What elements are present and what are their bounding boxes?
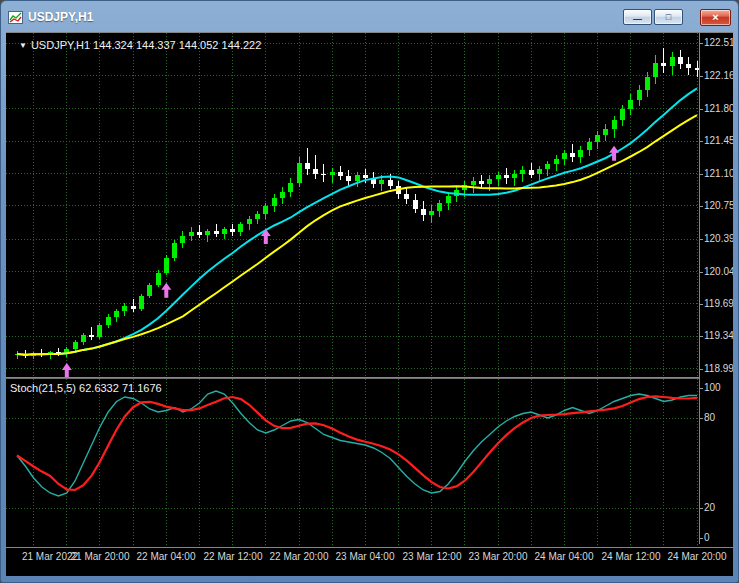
price-axis-label: 121.450: [704, 135, 733, 147]
stoch-axis-label: 100: [704, 382, 721, 394]
price-axis-label: 121.100: [704, 168, 733, 180]
price-axis-label: 122.160: [704, 70, 733, 82]
price-axis-label: 120.390: [704, 233, 733, 245]
price-axis-label: 119.690: [704, 298, 733, 310]
stoch-axis-label: 80: [704, 412, 715, 424]
price-axis[interactable]: 122.510122.160121.800121.450121.100120.7…: [699, 33, 733, 544]
price-axis-label: 119.340: [704, 330, 733, 342]
time-axis-label: 24 Mar 20:00: [655, 551, 733, 562]
price-axis-label: 118.990: [704, 363, 733, 375]
stoch-axis-label: 20: [704, 502, 715, 514]
price-axis-label: 120.750: [704, 200, 733, 212]
candlestick-plot[interactable]: [6, 33, 699, 377]
price-axis-label: 120.040: [704, 266, 733, 278]
price-axis-label: 122.510: [704, 37, 733, 49]
window-title: USDJPY,H1: [28, 10, 93, 24]
time-axis[interactable]: 21 Mar 202221 Mar 20:0022 Mar 04:0022 Ma…: [6, 547, 733, 576]
minimize-button[interactable]: —: [623, 9, 652, 25]
chart-client-area: ▼ USDJPY,H1 144.324 144.337 144.052 144.…: [6, 32, 733, 576]
chart-window: USDJPY,H1 — □ × ▼ USDJPY,H1 144.324 144.…: [0, 0, 739, 583]
window-controls: — □ ×: [623, 9, 731, 26]
stochastic-pane[interactable]: Stoch(21,5,5) 62.6332 71.1676: [6, 379, 699, 547]
stochastic-plot[interactable]: [6, 379, 699, 547]
titlebar[interactable]: USDJPY,H1 — □ ×: [5, 3, 734, 31]
price-chart-pane[interactable]: ▼ USDJPY,H1 144.324 144.337 144.052 144.…: [6, 33, 699, 377]
close-icon: ×: [712, 11, 718, 23]
restore-button[interactable]: □: [654, 9, 683, 25]
restore-icon: □: [666, 12, 671, 22]
chart-window-icon: [8, 11, 23, 24]
stoch-axis-label: 0: [704, 532, 710, 544]
minimize-icon: —: [633, 13, 642, 26]
price-axis-label: 121.800: [704, 103, 733, 115]
close-button[interactable]: ×: [700, 9, 731, 26]
